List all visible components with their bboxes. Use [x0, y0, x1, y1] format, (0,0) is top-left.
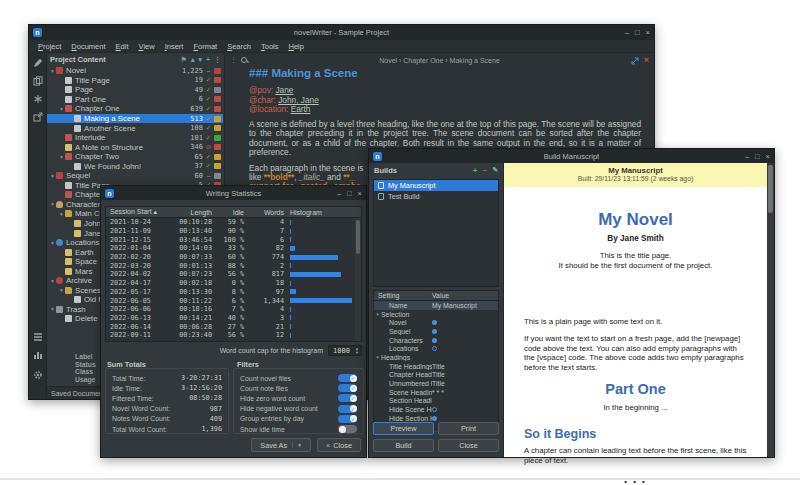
tree-item-another-scene[interactable]: Another Scene108✓: [47, 123, 223, 133]
builds-list[interactable]: My ManuscriptTest Build: [373, 179, 499, 287]
move-down-icon[interactable]: ▾: [198, 56, 202, 63]
editor-menu-icon[interactable]: ⋮: [230, 56, 237, 64]
spinner-icons[interactable]: ▲▼: [354, 346, 360, 355]
menu-document[interactable]: Document: [66, 42, 110, 51]
setting-unnumbered-headings[interactable]: Unnumbered HeadingsTitle: [374, 379, 498, 388]
session-row[interactable]: 2022-04-1700:02:180 %18: [106, 279, 361, 288]
settings-gear-icon[interactable]: [32, 369, 44, 381]
maximize-icon[interactable]: □: [347, 189, 352, 198]
minimize-icon[interactable]: –: [625, 28, 629, 37]
print-button[interactable]: Print: [438, 422, 499, 435]
tree-item-page[interactable]: Page49✓: [47, 85, 223, 95]
close-icon[interactable]: ×: [646, 28, 650, 37]
setting-scene-headings[interactable]: Scene Headings* * *: [374, 388, 498, 397]
tree-item-chapter-two[interactable]: ▾Chapter Two65✓: [47, 152, 223, 162]
session-row[interactable]: 2022-02-2000:07:3360 %774: [106, 253, 361, 262]
menu-search[interactable]: Search: [222, 42, 256, 51]
menu-view[interactable]: View: [134, 42, 160, 51]
close-button[interactable]: Close: [438, 439, 499, 452]
toggle-switch[interactable]: ✓: [338, 405, 357, 413]
outline-icon[interactable]: [32, 331, 44, 343]
cap-input[interactable]: 1000 ▲▼: [328, 345, 362, 356]
menu-tools[interactable]: Tools: [256, 42, 284, 51]
session-row[interactable]: 2022-09-1100:23:4056 %12: [106, 331, 361, 340]
table-scrollbar[interactable]: [355, 218, 361, 341]
stats-titlebar[interactable]: n Writing Statistics – □ ×: [101, 186, 366, 200]
tree-item-part-one[interactable]: Part One6✓: [47, 95, 223, 105]
close-icon[interactable]: ×: [358, 189, 362, 198]
tree-item-title-page[interactable]: Title Page19✓: [47, 76, 223, 86]
session-row[interactable]: 2022-06-1300:14:2140 %3: [106, 314, 361, 323]
build-settings-table[interactable]: Setting Value NameMy Manuscript▾Selectio…: [373, 290, 499, 430]
column-header-session-start[interactable]: Session Start ▴: [106, 208, 162, 216]
build-item-test-build[interactable]: Test Build: [374, 191, 498, 202]
setting-title-headings[interactable]: Title HeadingsTitle: [374, 362, 498, 371]
setting-hide-scene-headings[interactable]: Hide Scene Headings: [374, 405, 498, 414]
session-row[interactable]: 2022-06-0500:11:226 %1,344: [106, 296, 361, 305]
toggle-switch[interactable]: ✓: [338, 374, 357, 382]
toggle-switch[interactable]: ✓: [338, 384, 357, 392]
add-build-icon[interactable]: +: [473, 166, 478, 175]
preview-scrollbar[interactable]: [767, 163, 774, 457]
column-header-idle[interactable]: Idle: [212, 209, 244, 216]
menu-format[interactable]: Format: [188, 42, 222, 51]
setting-selection[interactable]: ▾Selection: [374, 310, 498, 319]
session-row[interactable]: 2022-01-0400:14:0333 %82: [106, 244, 361, 253]
setting-novel[interactable]: Novel: [374, 318, 498, 327]
edit-icon[interactable]: [32, 57, 44, 69]
close-document-icon[interactable]: ×: [644, 55, 649, 65]
session-row[interactable]: 2022-06-0600:18:167 %4: [106, 305, 361, 314]
remove-build-icon[interactable]: −: [482, 166, 487, 175]
tree-item-sequel[interactable]: ▾Sequel60–: [47, 171, 223, 181]
toggle-switch[interactable]: ✓: [338, 415, 357, 423]
search-icon[interactable]: [241, 57, 248, 64]
tree-item-making-a-scene[interactable]: Making a Scene513✓: [47, 114, 223, 124]
column-header-histogram[interactable]: Histogram: [284, 209, 361, 216]
add-item-icon[interactable]: +: [206, 56, 210, 63]
manuscript-page[interactable]: My Novel By Jane Smith This is the title…: [504, 187, 767, 457]
close-button[interactable]: ×Close: [317, 438, 361, 452]
session-row[interactable]: 2021-12-1503:46:54100 %6: [106, 235, 361, 244]
menu-bar[interactable]: ProjectDocumentEditViewInsertFormatSearc…: [29, 40, 654, 53]
edit-build-icon[interactable]: ✎: [492, 166, 498, 174]
menu-help[interactable]: Help: [283, 42, 308, 51]
toggle-switch[interactable]: ✓: [338, 394, 357, 402]
menu-insert[interactable]: Insert: [160, 42, 189, 51]
session-row[interactable]: 2022-05-1700:13:308 %97: [106, 288, 361, 297]
bookmark-icon[interactable]: ⚑: [181, 56, 187, 63]
column-header-length[interactable]: Length: [162, 209, 212, 216]
export-icon[interactable]: [32, 111, 44, 123]
session-row[interactable]: 2022-04-0200:07:2356 %817: [106, 270, 361, 279]
setting-characters[interactable]: Characters: [374, 336, 498, 345]
build-titlebar[interactable]: n Build Manuscript – □ ×: [369, 149, 774, 163]
tree-item-chapter-one[interactable]: ▾Chapter One639✓: [47, 104, 223, 114]
setting-headings[interactable]: ▾Headings: [374, 353, 498, 362]
focus-mode-icon[interactable]: [631, 51, 639, 69]
setting-sequel[interactable]: Sequel: [374, 327, 498, 336]
sessions-table[interactable]: Session Start ▴LengthIdleWordsHistogram …: [105, 206, 362, 342]
maximize-icon[interactable]: □: [755, 152, 760, 161]
breadcrumb[interactable]: Novel › Chapter One › Making a Scene: [285, 57, 594, 64]
build-button[interactable]: Build: [373, 439, 434, 452]
session-row[interactable]: 2022-06-1400:06:2827 %21: [106, 322, 361, 331]
setting-locations[interactable]: Locations: [374, 344, 498, 353]
session-row[interactable]: 2022-03-2000:01:1388 %2: [106, 261, 361, 270]
tree-item-novel[interactable]: ▾Novel1,225–: [47, 66, 223, 76]
maximize-icon[interactable]: □: [635, 28, 640, 37]
novel-tree-icon[interactable]: [32, 93, 44, 105]
main-titlebar[interactable]: n novelWriter - Sample Project – □ ×: [29, 25, 654, 40]
minimize-icon[interactable]: –: [337, 189, 341, 198]
tree-item-we-found-john-[interactable]: We Found John!37✓: [47, 161, 223, 171]
minimize-icon[interactable]: –: [745, 152, 749, 161]
stats-icon[interactable]: [32, 349, 44, 361]
menu-edit[interactable]: Edit: [111, 42, 134, 51]
setting-section-headings[interactable]: Section Headings: [374, 397, 498, 406]
save-as-button[interactable]: Save As▼: [251, 438, 311, 452]
build-item-my-manuscript[interactable]: My Manuscript: [374, 180, 498, 191]
setting-name[interactable]: NameMy Manuscript: [374, 301, 498, 310]
menu-project[interactable]: Project: [33, 42, 66, 51]
tree-item-a-note-on-structure[interactable]: A Note on Structure346⊘: [47, 142, 223, 152]
close-icon[interactable]: ×: [766, 152, 770, 161]
session-row[interactable]: 2021-10-2400:10:2859 %4: [106, 218, 361, 227]
preview-button[interactable]: Preview: [373, 422, 434, 435]
